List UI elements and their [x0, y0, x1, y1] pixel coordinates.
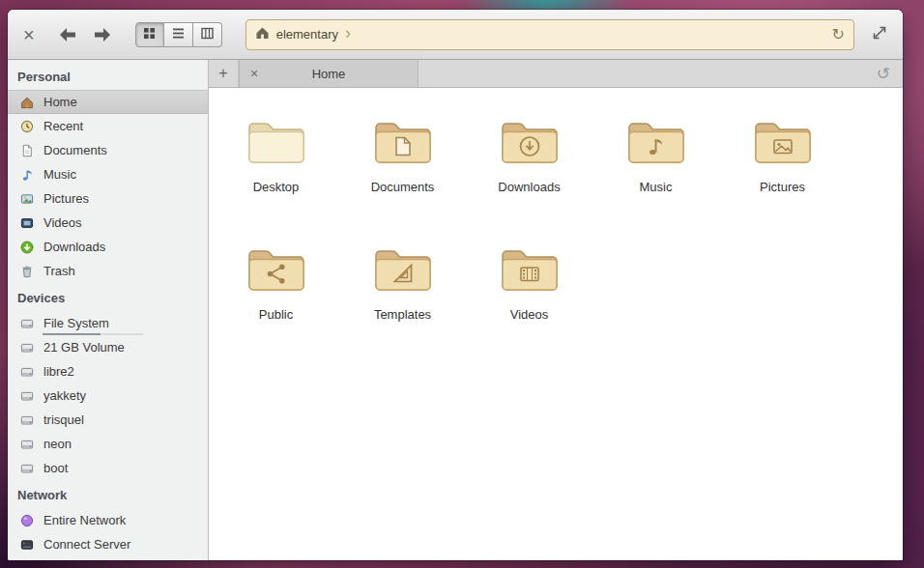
folder-icon	[498, 242, 562, 295]
tab-bar: + × Home ↺	[209, 60, 903, 88]
folder-label: Documents	[371, 180, 435, 194]
sidebar-item-21gb-volume[interactable]: 21 GB Volume	[8, 335, 208, 359]
sidebar-item-label: File System	[43, 316, 109, 330]
document-emblem	[396, 138, 410, 156]
sidebar-item-file-system[interactable]: File System	[8, 311, 208, 335]
new-tab-button[interactable]: +	[209, 60, 239, 87]
window-close-button[interactable]: ×	[19, 21, 39, 48]
column-view-button[interactable]	[193, 22, 222, 47]
folder-videos[interactable]: Videos	[498, 242, 562, 322]
server-icon	[19, 537, 35, 553]
path-bar[interactable]: elementary › ↻	[245, 19, 854, 50]
sidebar-item-recent[interactable]: Recent	[8, 114, 208, 138]
toolbar: ×	[8, 10, 903, 60]
sidebar-item-label: trisquel	[43, 412, 84, 427]
folder-label: Pictures	[760, 180, 805, 194]
sidebar-item-label: neon	[43, 437, 72, 451]
sidebar: Personal Home Recent Documents	[8, 60, 209, 560]
home-icon	[255, 26, 270, 43]
sidebar-item-home[interactable]: Home	[8, 90, 208, 114]
drive-icon	[19, 364, 35, 380]
folder-desktop[interactable]: Desktop	[245, 115, 308, 194]
music-icon	[19, 167, 35, 183]
sidebar-item-label: Connect Server	[43, 537, 130, 552]
sidebar-item-documents[interactable]: Documents	[8, 138, 208, 162]
sidebar-item-trash[interactable]: Trash	[8, 259, 208, 283]
videos-icon	[19, 215, 35, 231]
sidebar-item-label: Documents	[43, 143, 107, 157]
sidebar-item-label: 21 GB Volume	[43, 340, 125, 355]
back-button[interactable]	[54, 22, 81, 47]
refresh-button[interactable]: ↻	[832, 25, 845, 43]
main-content: + × Home ↺ Deskt	[209, 60, 903, 560]
sidebar-item-videos[interactable]: Videos	[8, 211, 208, 235]
files-window: ×	[8, 10, 903, 560]
folder-public[interactable]: Public	[245, 242, 308, 322]
folder-icon	[751, 115, 815, 167]
folder-music[interactable]: Music	[624, 115, 688, 194]
sidebar-item-pictures[interactable]: Pictures	[8, 186, 208, 211]
sidebar-item-music[interactable]: Music	[8, 162, 208, 186]
drive-icon	[19, 340, 35, 355]
drive-icon	[19, 461, 35, 476]
drive-icon	[19, 412, 35, 428]
grid-view-icon	[143, 27, 156, 43]
pictures-icon	[19, 191, 35, 207]
trash-icon	[19, 264, 35, 279]
sidebar-item-label: Pictures	[43, 191, 89, 206]
forward-arrow-icon	[93, 26, 112, 43]
folder-pictures[interactable]: Pictures	[751, 115, 815, 194]
breadcrumb[interactable]: elementary	[255, 26, 338, 43]
sidebar-item-label: Recent	[43, 119, 83, 133]
folder-label: Desktop	[253, 180, 300, 194]
folder-icon	[371, 242, 435, 295]
sidebar-item-label: Home	[43, 95, 77, 109]
sidebar-item-neon[interactable]: neon	[8, 432, 208, 456]
list-view-button[interactable]	[164, 22, 193, 47]
folder-label: Music	[640, 180, 673, 194]
breadcrumb-label: elementary	[276, 27, 338, 42]
restore-closed-tabs-button[interactable]: ↺	[864, 60, 903, 87]
sidebar-item-downloads[interactable]: Downloads	[8, 235, 208, 259]
drive-icon	[19, 437, 35, 452]
sidebar-item-label: Entire Network	[43, 513, 126, 527]
sidebar-item-yakkety[interactable]: yakkety	[8, 383, 208, 408]
maximize-button[interactable]	[868, 21, 891, 47]
sidebar-item-connect-server[interactable]: Connect Server	[8, 532, 208, 556]
sidebar-item-trisquel[interactable]: trisquel	[8, 408, 208, 432]
folder-icon	[371, 115, 435, 167]
back-arrow-icon	[58, 26, 77, 43]
network-icon	[19, 513, 35, 528]
folder-icon	[245, 115, 308, 167]
sidebar-section-personal: Personal	[8, 62, 208, 90]
tab-home[interactable]: × Home	[239, 60, 419, 87]
forward-button[interactable]	[89, 22, 116, 47]
sidebar-item-label: libre2	[43, 364, 74, 379]
sidebar-item-boot[interactable]: boot	[8, 456, 208, 480]
sidebar-item-entire-network[interactable]: Entire Network	[8, 508, 208, 532]
tab-close-button[interactable]: ×	[250, 67, 258, 80]
sidebar-item-label: Music	[43, 167, 76, 182]
sidebar-item-label: Videos	[43, 215, 82, 230]
folder-label: Templates	[374, 307, 431, 322]
folder-label: Public	[259, 307, 293, 322]
drive-icon	[19, 388, 35, 404]
folder-label: Downloads	[498, 180, 560, 194]
column-view-icon	[201, 27, 214, 43]
folder-label: Videos	[510, 307, 549, 322]
tabbar-spacer	[419, 60, 864, 87]
sidebar-item-libre2[interactable]: libre2	[8, 359, 208, 383]
sidebar-item-label: Trash	[43, 264, 75, 278]
folder-icon	[624, 115, 688, 167]
sidebar-section-network: Network	[8, 480, 208, 508]
document-icon	[19, 143, 35, 158]
folder-downloads[interactable]: Downloads	[498, 115, 562, 194]
tab-label: Home	[240, 67, 418, 81]
folder-documents[interactable]: Documents	[371, 115, 435, 194]
grid-view-button[interactable]	[135, 22, 164, 47]
file-grid: Desktop Documents	[209, 88, 903, 560]
folder-templates[interactable]: Templates	[371, 242, 435, 322]
list-view-icon	[172, 27, 185, 43]
downloads-icon	[19, 240, 35, 255]
window-body: Personal Home Recent Documents	[8, 60, 903, 560]
